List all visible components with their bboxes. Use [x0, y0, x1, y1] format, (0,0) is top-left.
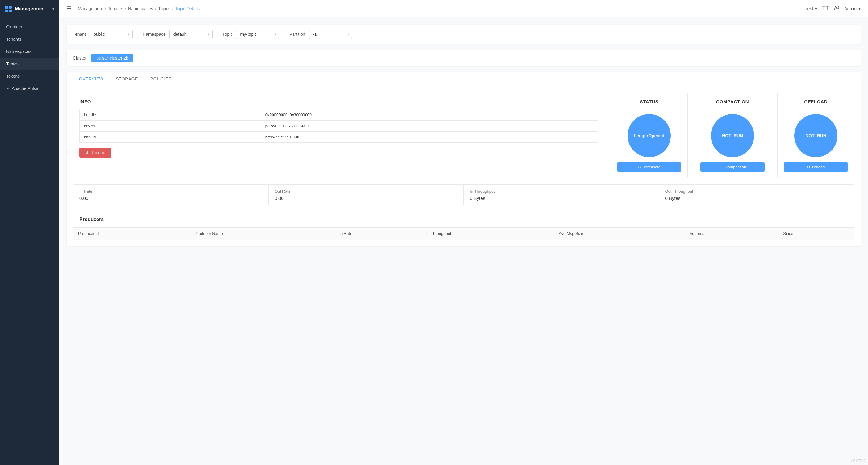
- metric-in-throughput-value: 0 Bytes: [470, 196, 653, 201]
- partition-filter-group: Partition -1: [289, 30, 352, 39]
- producers-table: Producer Id Producer Name In Rate In Thr…: [73, 227, 854, 240]
- namespace-select[interactable]: default: [169, 30, 213, 39]
- sidebar-item-topics[interactable]: Topics: [0, 58, 59, 70]
- namespace-select-wrapper: default: [169, 30, 213, 39]
- tab-policies[interactable]: POLICIES: [144, 72, 178, 86]
- producers-section: Producers Producer Id Producer Name In R…: [73, 211, 855, 240]
- partition-select[interactable]: -1: [309, 30, 352, 39]
- breadcrumb-namespaces[interactable]: Namespaces: [128, 6, 153, 11]
- status-value: LedgerOpened: [634, 133, 664, 138]
- offload-title: OFFLOAD: [804, 99, 828, 104]
- sidebar-title: Management: [15, 6, 45, 12]
- logo-grid-icon: [5, 5, 12, 12]
- metric-out-throughput-value: 0 Bytes: [665, 196, 848, 201]
- text-size-icon[interactable]: TT: [822, 5, 829, 12]
- metric-out-rate-value: 0.00: [275, 196, 458, 201]
- tenant-select-wrapper: public: [90, 30, 133, 39]
- breadcrumb-sep-3: /: [155, 6, 156, 11]
- httpurl-key: httpUrl: [80, 132, 261, 143]
- breadcrumb-management[interactable]: Management: [78, 6, 103, 11]
- sidebar-item-namespaces[interactable]: Namespaces: [0, 45, 59, 58]
- topbar-left: ☰ Management / Tenants / Namespaces / To…: [67, 5, 200, 12]
- breadcrumb-topics[interactable]: Topics: [158, 6, 170, 11]
- table-row: httpUrl http://*.*.**.** :8080: [80, 132, 598, 143]
- col-in-throughput: In Throughput: [421, 228, 554, 240]
- metric-in-throughput-label: In Throughput: [470, 189, 653, 194]
- offload-card: OFFLOAD NOT_RUN ↻ Offload: [777, 93, 855, 178]
- topic-filter-group: Topic my-topic: [222, 30, 280, 39]
- sidebar-chevron-icon: ▾: [53, 7, 54, 11]
- cluster-row: Cluster pulsar-cluster-zk: [67, 50, 861, 66]
- tab-overview[interactable]: OVERVIEW: [73, 72, 110, 86]
- admin-user[interactable]: Admin ▾: [844, 6, 861, 11]
- broker-key: broker: [80, 121, 261, 132]
- tab-storage[interactable]: STORAGE: [110, 72, 144, 86]
- tabs-container: OVERVIEW STORAGE POLICIES INFO bundle 0x…: [67, 72, 861, 246]
- metric-in-rate-value: 0.00: [79, 196, 262, 201]
- terminate-label: Terminate: [643, 165, 660, 169]
- topbar-env[interactable]: test ▾: [806, 6, 817, 11]
- sidebar: Management ▾ Clusters Tenants Namespaces…: [0, 0, 59, 465]
- partition-select-wrapper: -1: [309, 30, 352, 39]
- status-circle: LedgerOpened: [627, 114, 671, 157]
- breadcrumb-sep-4: /: [172, 6, 174, 11]
- httpurl-value: http://*.*.**.** :8080: [261, 132, 598, 143]
- topic-select-wrapper: my-topic: [236, 30, 279, 39]
- compaction-button[interactable]: — Compaction: [701, 162, 765, 172]
- metrics-row: In Rate 0.00 Out Rate 0.00 In Throughput…: [73, 185, 855, 205]
- compaction-icon: —: [719, 165, 723, 169]
- tenant-label: Tenant: [73, 32, 86, 37]
- table-row: bundle 0x20000000_0x30000000: [80, 109, 598, 121]
- tab-overview-content: INFO bundle 0x20000000_0x30000000 broker…: [67, 86, 861, 246]
- topic-label: Topic: [222, 32, 233, 37]
- breadcrumb-sep-1: /: [105, 6, 106, 11]
- main-content: ☰ Management / Tenants / Namespaces / To…: [59, 0, 868, 465]
- table-row: broker pulsar://10.55.5.25:6650: [80, 121, 598, 132]
- sidebar-item-tenants[interactable]: Tenants: [0, 33, 59, 45]
- tenant-select[interactable]: public: [90, 30, 133, 39]
- compaction-circle: NOT_RUN: [711, 114, 754, 157]
- namespace-label: Namespace: [143, 32, 166, 37]
- topbar: ☰ Management / Tenants / Namespaces / To…: [59, 0, 868, 17]
- cluster-badge[interactable]: pulsar-cluster-zk: [91, 54, 133, 62]
- filters-row: Tenant public Namespace default Topic: [67, 25, 861, 44]
- unload-button[interactable]: ⬇ Unload: [79, 148, 112, 158]
- terminate-button[interactable]: ✕ Terminate: [617, 162, 681, 172]
- sidebar-header[interactable]: Management ▾: [0, 0, 59, 18]
- terminate-icon: ✕: [638, 165, 641, 169]
- unload-icon: ⬇: [86, 150, 89, 155]
- col-avg-msg-size: Avg Msg Size: [554, 228, 685, 240]
- offload-circle: NOT_RUN: [794, 114, 837, 157]
- compaction-label: Compaction: [725, 165, 746, 169]
- metric-in-rate: In Rate 0.00: [73, 185, 269, 205]
- language-icon[interactable]: A²: [834, 5, 839, 12]
- breadcrumb-sep-2: /: [125, 6, 126, 11]
- namespace-filter-group: Namespace default: [143, 30, 213, 39]
- breadcrumb-tenants[interactable]: Tenants: [108, 6, 123, 11]
- sidebar-item-clusters[interactable]: Clusters: [0, 21, 59, 33]
- producers-title: Producers: [73, 212, 854, 227]
- hamburger-icon[interactable]: ☰: [67, 5, 72, 12]
- bundle-key: bundle: [80, 109, 261, 121]
- metric-in-throughput: In Throughput 0 Bytes: [464, 185, 659, 205]
- broker-value: pulsar://10.55.5.25:6650: [261, 121, 598, 132]
- offload-icon: ↻: [807, 165, 810, 169]
- page-content: Tenant public Namespace default Topic: [59, 17, 868, 465]
- topic-select[interactable]: my-topic: [236, 30, 279, 39]
- col-in-rate: In Rate: [334, 228, 421, 240]
- metric-out-throughput-label: Out Throughput: [665, 189, 848, 194]
- col-address: Address: [685, 228, 778, 240]
- status-card: STATUS LedgerOpened ✕ Terminate: [611, 93, 688, 178]
- producers-header-row: Producer Id Producer Name In Rate In Thr…: [73, 228, 854, 240]
- metric-out-rate: Out Rate 0.00: [269, 185, 464, 205]
- sidebar-item-tokens[interactable]: Tokens: [0, 70, 59, 82]
- offload-button[interactable]: ↻ Offload: [784, 162, 848, 172]
- topbar-right: test ▾ TT A² Admin ▾: [806, 5, 861, 12]
- col-producer-name: Producer Name: [190, 228, 335, 240]
- info-title: INFO: [79, 99, 598, 104]
- breadcrumb-current: Topic Details: [175, 6, 200, 11]
- sidebar-item-apache-pulsar[interactable]: ↗ Apache Pulsar: [0, 82, 59, 95]
- compaction-value: NOT_RUN: [722, 133, 743, 138]
- info-table: bundle 0x20000000_0x30000000 broker puls…: [79, 109, 598, 143]
- breadcrumb: Management / Tenants / Namespaces / Topi…: [78, 6, 200, 11]
